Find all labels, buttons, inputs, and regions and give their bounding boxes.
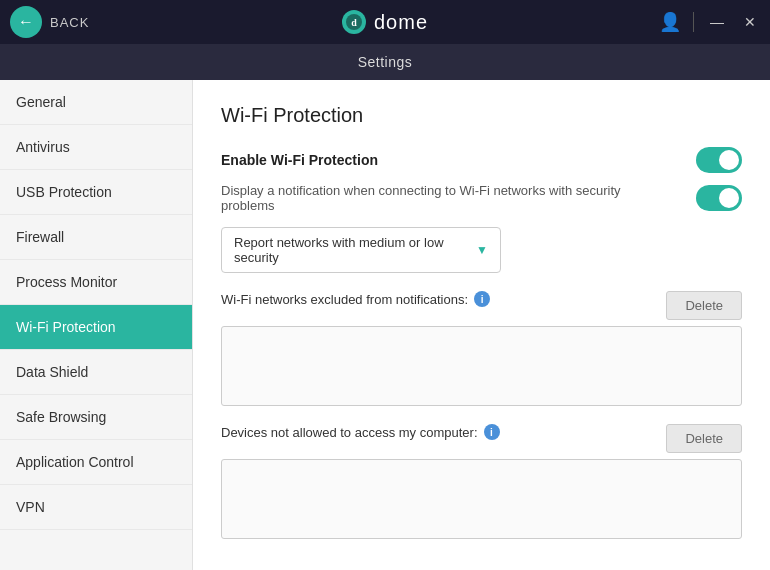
security-level-dropdown[interactable]: Report networks with medium or low secur… xyxy=(221,227,501,273)
settings-bar: Settings xyxy=(0,44,770,80)
sidebar-item-antivirus[interactable]: Antivirus xyxy=(0,125,192,170)
excluded-networks-label-group: Wi-Fi networks excluded from notificatio… xyxy=(221,291,490,307)
sidebar-item-safe-browsing[interactable]: Safe Browsing xyxy=(0,395,192,440)
titlebar-right: 👤 — ✕ xyxy=(659,11,760,33)
svg-text:d: d xyxy=(351,17,357,28)
sidebar-item-vpn[interactable]: VPN xyxy=(0,485,192,530)
page-title: Wi-Fi Protection xyxy=(221,104,742,127)
sidebar-item-firewall[interactable]: Firewall xyxy=(0,215,192,260)
excluded-networks-label: Wi-Fi networks excluded from notificatio… xyxy=(221,292,468,307)
sidebar-item-usb-protection[interactable]: USB Protection xyxy=(0,170,192,215)
notify-row: Display a notification when connecting t… xyxy=(221,183,742,213)
settings-title: Settings xyxy=(358,54,413,70)
excluded-info-icon[interactable]: i xyxy=(474,291,490,307)
titlebar-center: d dome xyxy=(342,10,428,34)
titlebar-separator xyxy=(693,12,694,32)
minimize-button[interactable]: — xyxy=(706,12,728,32)
excluded-networks-row: Wi-Fi networks excluded from notificatio… xyxy=(221,291,742,320)
user-icon[interactable]: 👤 xyxy=(659,11,681,33)
excluded-networks-list xyxy=(221,326,742,406)
close-button[interactable]: ✕ xyxy=(740,12,760,32)
devices-label: Devices not allowed to access my compute… xyxy=(221,425,478,440)
back-button[interactable]: ← xyxy=(10,6,42,38)
notify-label: Display a notification when connecting t… xyxy=(221,183,641,213)
enable-wifi-toggle[interactable] xyxy=(696,147,742,173)
delete-excluded-button[interactable]: Delete xyxy=(666,291,742,320)
sidebar: General Antivirus USB Protection Firewal… xyxy=(0,80,193,570)
titlebar: ← BACK d dome 👤 — ✕ xyxy=(0,0,770,44)
sidebar-item-data-shield[interactable]: Data Shield xyxy=(0,350,192,395)
back-label: BACK xyxy=(50,15,89,30)
sidebar-item-general[interactable]: General xyxy=(0,80,192,125)
main-layout: General Antivirus USB Protection Firewal… xyxy=(0,80,770,570)
enable-wifi-label: Enable Wi-Fi Protection xyxy=(221,152,378,168)
devices-info-icon[interactable]: i xyxy=(484,424,500,440)
sidebar-item-wifi-protection[interactable]: Wi-Fi Protection xyxy=(0,305,192,350)
dropdown-arrow-icon: ▼ xyxy=(476,243,488,257)
notify-toggle[interactable] xyxy=(696,185,742,211)
dropdown-value: Report networks with medium or low secur… xyxy=(234,235,468,265)
titlebar-left: ← BACK xyxy=(10,6,89,38)
logo-text: dome xyxy=(374,11,428,34)
logo-icon: d xyxy=(342,10,366,34)
devices-label-group: Devices not allowed to access my compute… xyxy=(221,424,500,440)
content-area: Wi-Fi Protection Enable Wi-Fi Protection… xyxy=(193,80,770,570)
dropdown-row: Report networks with medium or low secur… xyxy=(221,227,742,273)
delete-devices-button[interactable]: Delete xyxy=(666,424,742,453)
enable-wifi-row: Enable Wi-Fi Protection xyxy=(221,147,742,173)
sidebar-item-process-monitor[interactable]: Process Monitor xyxy=(0,260,192,305)
devices-row: Devices not allowed to access my compute… xyxy=(221,424,742,453)
sidebar-item-application-control[interactable]: Application Control xyxy=(0,440,192,485)
devices-list xyxy=(221,459,742,539)
